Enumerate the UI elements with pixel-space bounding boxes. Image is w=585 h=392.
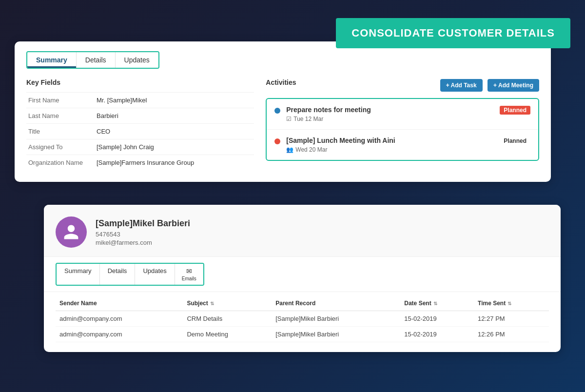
table-header: Date Sent⇅ — [400, 296, 474, 311]
field-label: Title — [26, 124, 95, 139]
table-cell: admin@company.com — [56, 327, 183, 342]
field-label: First Name — [26, 93, 95, 108]
add-meeting-button[interactable]: + Add Meeting — [488, 79, 539, 92]
tab-updates[interactable]: Updates — [116, 52, 158, 68]
activity-title: [Sample] Lunch Meeting with Aini — [286, 137, 500, 144]
contact-header: [Sample]Mikel Barbieri 5476543 mikel@far… — [44, 205, 561, 257]
table-cell: 12:26 PM — [474, 327, 549, 342]
table-header: Subject⇅ — [183, 296, 272, 311]
bottom-tabs: Summary Details Updates ✉ Emails — [56, 263, 204, 286]
key-fields-table: First NameMr. [Sample]MikelLast NameBarb… — [26, 92, 254, 170]
meta-date: Wed 20 Mar — [295, 146, 327, 153]
status-badge: Planned — [500, 106, 530, 115]
activity-meta: 👥 Wed 20 Mar — [286, 146, 500, 153]
add-task-button[interactable]: + Add Task — [440, 79, 483, 92]
table-header: Sender Name — [56, 296, 183, 311]
bottom-tab-updates[interactable]: Updates — [135, 264, 175, 285]
table-cell: Demo Meeting — [183, 327, 272, 342]
table-row: First NameMr. [Sample]Mikel — [26, 93, 254, 108]
email-label: Emails — [182, 276, 196, 281]
table-cell: [Sample]Mikel Barbieri — [272, 311, 400, 327]
table-row: Last NameBarbieri — [26, 108, 254, 124]
bottom-tab-details[interactable]: Details — [100, 264, 136, 285]
field-value: Barbieri — [95, 108, 254, 124]
status-badge: Planned — [500, 137, 530, 145]
field-label: Assigned To — [26, 139, 95, 155]
contact-name: [Sample]Mikel Barbieri — [96, 218, 190, 229]
list-item: [Sample] Lunch Meeting with Aini 👥 Wed 2… — [267, 130, 538, 160]
field-value: Mr. [Sample]Mikel — [95, 93, 254, 108]
table-cell: admin@company.com — [56, 311, 183, 327]
activities-actions: + Add Task + Add Meeting — [440, 79, 539, 92]
bottom-card: [Sample]Mikel Barbieri 5476543 mikel@far… — [44, 205, 561, 352]
card-body: Key Fields First NameMr. [Sample]MikelLa… — [26, 78, 539, 170]
top-card: Summary Details Updates Key Fields First… — [15, 41, 551, 182]
table-cell: 15-02-2019 — [400, 327, 474, 342]
activities-title: Activities — [266, 78, 296, 86]
meta-icon: 👥 — [286, 146, 293, 153]
sort-icon[interactable]: ⇅ — [210, 301, 214, 306]
list-item: Prepare notes for meeting ☑ Tue 12 Mar P… — [267, 99, 538, 130]
activities-header: Activities + Add Task + Add Meeting — [266, 78, 539, 92]
key-fields-section: Key Fields First NameMr. [Sample]MikelLa… — [26, 78, 254, 170]
table-cell: [Sample]Mikel Barbieri — [272, 327, 400, 342]
table-cell: 12:27 PM — [474, 311, 549, 327]
table-header: Time Sent⇅ — [474, 296, 549, 311]
meta-icon: ☑ — [286, 116, 292, 122]
field-value: [Sample]Farmers Insurance Group — [95, 155, 254, 171]
table-row: admin@company.comCRM Details[Sample]Mike… — [56, 311, 549, 327]
activity-dot — [274, 138, 280, 144]
key-fields-title: Key Fields — [26, 78, 254, 86]
sort-icon[interactable]: ⇅ — [507, 301, 511, 306]
table-row: admin@company.comDemo Meeting[Sample]Mik… — [56, 327, 549, 342]
table-row: TitleCEO — [26, 124, 254, 139]
contact-phone: 5476543 — [96, 231, 190, 238]
table-row: Assigned To[Sample] John Craig — [26, 139, 254, 155]
activities-section: Activities + Add Task + Add Meeting Prep… — [266, 78, 539, 170]
header-banner: CONSOLIDATE CUSTOMER DETAILS — [336, 18, 570, 48]
activity-meta: ☑ Tue 12 Mar — [286, 116, 500, 122]
emails-table-wrap: Sender NameSubject⇅Parent RecordDate Sen… — [44, 296, 561, 352]
activity-title: Prepare notes for meeting — [286, 106, 500, 114]
table-cell: CRM Details — [183, 311, 272, 327]
meta-date: Tue 12 Mar — [293, 116, 323, 122]
activity-dot — [274, 108, 280, 114]
sort-icon[interactable]: ⇅ — [433, 301, 437, 306]
bottom-tab-summary[interactable]: Summary — [57, 264, 100, 285]
table-cell: 15-02-2019 — [400, 311, 474, 327]
field-label: Organization Name — [26, 155, 95, 171]
activity-content: [Sample] Lunch Meeting with Aini 👥 Wed 2… — [286, 137, 500, 153]
mail-icon: ✉ — [186, 267, 192, 275]
tab-details[interactable]: Details — [77, 52, 116, 68]
field-label: Last Name — [26, 108, 95, 124]
bottom-tabs-wrap: Summary Details Updates ✉ Emails — [44, 257, 561, 292]
table-header: Parent Record — [272, 296, 400, 311]
user-icon — [62, 223, 80, 241]
activity-list: Prepare notes for meeting ☑ Tue 12 Mar P… — [266, 98, 539, 161]
table-row: Organization Name[Sample]Farmers Insuran… — [26, 155, 254, 171]
field-value: [Sample] John Craig — [95, 139, 254, 155]
field-value: CEO — [95, 124, 254, 139]
activity-content: Prepare notes for meeting ☑ Tue 12 Mar — [286, 106, 500, 122]
avatar — [56, 216, 87, 248]
bottom-tab-emails[interactable]: ✉ Emails — [175, 264, 203, 285]
contact-email: mikel@farmers.com — [96, 239, 190, 246]
tab-summary[interactable]: Summary — [27, 52, 77, 68]
top-tabs: Summary Details Updates — [26, 51, 159, 69]
emails-table: Sender NameSubject⇅Parent RecordDate Sen… — [56, 296, 549, 342]
contact-info: [Sample]Mikel Barbieri 5476543 mikel@far… — [96, 218, 190, 246]
